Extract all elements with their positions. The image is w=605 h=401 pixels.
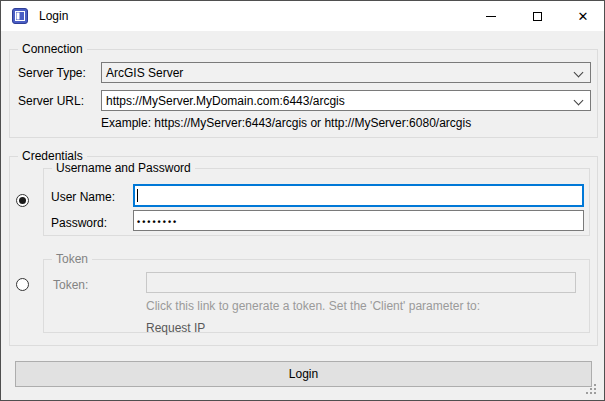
login-button-label: Login bbox=[289, 367, 318, 381]
resize-grip-icon[interactable] bbox=[586, 384, 598, 396]
chevron-down-icon bbox=[574, 96, 584, 106]
title-bar[interactable]: Login ✕ bbox=[1, 1, 604, 31]
token-instruction-text: Click this link to generate a token. Set… bbox=[146, 299, 480, 313]
username-password-radio[interactable] bbox=[16, 194, 29, 207]
login-dialog: Login ✕ Connection Server Type: ArcGIS S… bbox=[0, 0, 605, 401]
close-button[interactable]: ✕ bbox=[560, 1, 605, 31]
login-button[interactable]: Login bbox=[15, 361, 592, 387]
connection-group-label: Connection bbox=[18, 42, 87, 56]
minimize-icon bbox=[486, 16, 496, 17]
server-type-selected-value: ArcGIS Server bbox=[106, 66, 183, 80]
token-group-label: Token bbox=[52, 252, 92, 266]
maximize-icon bbox=[533, 12, 542, 21]
form-icon bbox=[12, 8, 28, 24]
server-type-label: Server Type: bbox=[18, 66, 86, 80]
password-input[interactable] bbox=[133, 210, 584, 231]
token-label: Token: bbox=[53, 278, 88, 292]
server-type-dropdown[interactable]: ArcGIS Server bbox=[101, 62, 591, 83]
token-input bbox=[146, 272, 576, 293]
token-group: Token bbox=[43, 259, 590, 333]
maximize-button[interactable] bbox=[514, 1, 560, 31]
window-title: Login bbox=[39, 1, 68, 31]
chevron-down-icon bbox=[574, 68, 584, 78]
user-name-label: User Name: bbox=[51, 190, 115, 204]
text-caret bbox=[137, 189, 138, 202]
user-name-input[interactable] bbox=[133, 184, 584, 207]
token-radio[interactable] bbox=[16, 278, 29, 291]
username-password-group-label: Username and Password bbox=[52, 161, 195, 175]
close-icon: ✕ bbox=[578, 10, 589, 23]
server-url-combobox[interactable]: https://MyServer.MyDomain.com:6443/arcgi… bbox=[101, 90, 591, 111]
server-url-value: https://MyServer.MyDomain.com:6443/arcgi… bbox=[106, 94, 345, 108]
password-label: Password: bbox=[51, 216, 107, 230]
request-ip-link[interactable]: Request IP bbox=[146, 321, 205, 335]
server-url-example-text: Example: https://MyServer:6443/arcgis or… bbox=[101, 116, 471, 130]
minimize-button[interactable] bbox=[468, 1, 514, 31]
server-url-label: Server URL: bbox=[18, 94, 84, 108]
